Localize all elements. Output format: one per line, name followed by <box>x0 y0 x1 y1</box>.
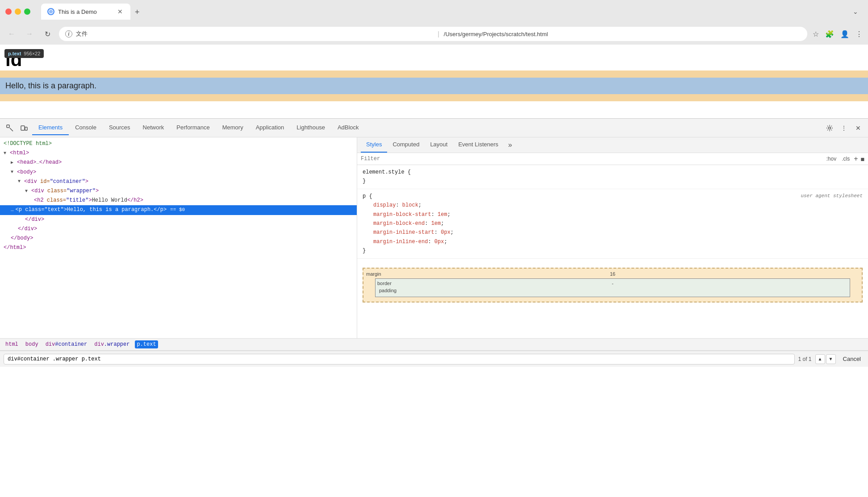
bookmark-icon[interactable]: ☆ <box>813 30 819 38</box>
dom-line-wrapper[interactable]: ▼ <div class="wrapper"> <box>0 186 357 196</box>
svg-point-6 <box>829 127 831 129</box>
margin-label: margin <box>366 271 381 277</box>
styles-tab-layout[interactable]: Layout <box>425 137 453 153</box>
breadcrumb-ptext[interactable]: p.text <box>135 340 158 348</box>
minimize-button[interactable] <box>15 8 21 15</box>
title-bar: This is a Demo ✕ + ⌄ <box>0 0 868 23</box>
browser-chrome: This is a Demo ✕ + ⌄ ← → ↻ i 文件 | /Users… <box>0 0 868 45</box>
devtools-tabs: Elements Console Sources Network Perform… <box>32 120 822 135</box>
tab-overflow-button[interactable]: ⌄ <box>848 5 863 18</box>
tab-console[interactable]: Console <box>69 120 103 135</box>
devtools-toolbar: Elements Console Sources Network Perform… <box>0 119 868 137</box>
element-tooltip: p.text 956×22 <box>4 49 44 58</box>
tab-application[interactable]: Application <box>250 120 291 135</box>
demo-wrapper: Hello, this is a paragraph. <box>0 70 868 101</box>
tab-title: This is a Demo <box>58 8 113 15</box>
styles-tabs: Styles Computed Layout Event Listeners » <box>357 137 868 153</box>
search-prev-button[interactable]: ▲ <box>815 354 825 364</box>
tooltip-size: 956×22 <box>24 51 40 56</box>
dom-line-body[interactable]: ▼ <body> <box>0 168 357 177</box>
tab-performance[interactable]: Performance <box>170 120 216 135</box>
breadcrumb-bar: html body div#container div.wrapper p.te… <box>0 338 868 351</box>
address-divider: | <box>438 30 439 37</box>
svg-rect-4 <box>21 126 25 130</box>
dom-line-close-wrapper[interactable]: </div> <box>0 215 357 224</box>
tab-lighthouse[interactable]: Lighthouse <box>290 120 331 135</box>
search-nav: ▲ ▼ <box>815 354 836 364</box>
dom-line-container[interactable]: ▼ <div id="container"> <box>0 177 357 186</box>
search-bar: 1 of 1 ▲ ▼ Cancel <box>0 351 868 367</box>
maximize-button[interactable] <box>24 8 30 15</box>
address-bar: ← → ↻ i 文件 | /Users/germey/Projects/scra… <box>0 23 868 45</box>
search-cancel-button[interactable]: Cancel <box>839 354 864 364</box>
tab-elements[interactable]: Elements <box>32 120 69 135</box>
styles-panel[interactable]: Styles Computed Layout Event Listeners »… <box>357 137 868 338</box>
dom-panel[interactable]: <!DOCTYPE html> ▼ <html> ▶ <head>…</head… <box>0 137 357 338</box>
breadcrumb-wrapper[interactable]: div.wrapper <box>92 340 131 348</box>
file-label: 文件 <box>76 30 433 38</box>
search-input[interactable] <box>4 354 795 364</box>
styles-tab-event-listeners[interactable]: Event Listeners <box>453 137 504 153</box>
styles-filter: :hov .cls + ◼ <box>357 153 868 165</box>
menu-icon[interactable]: ⋮ <box>855 30 863 38</box>
cls-button[interactable]: .cls <box>840 155 851 162</box>
new-style-rule-button[interactable]: ◼ <box>861 155 864 162</box>
dom-line-close-container[interactable]: </div> <box>0 224 357 234</box>
filter-input[interactable] <box>361 156 822 162</box>
dom-line-close-html[interactable]: </html> <box>0 243 357 253</box>
tab-close-button[interactable]: ✕ <box>116 8 124 16</box>
active-tab[interactable]: This is a Demo ✕ <box>41 4 130 20</box>
tab-adblock[interactable]: AdBlock <box>331 120 365 135</box>
device-toolbar-button[interactable] <box>18 122 30 134</box>
tab-sources[interactable]: Sources <box>103 120 137 135</box>
add-style-button[interactable]: + <box>854 155 858 163</box>
more-options-button[interactable]: ⋮ <box>838 122 850 134</box>
security-icon: i <box>65 30 72 37</box>
breadcrumb-html[interactable]: html <box>4 340 20 348</box>
devtools-panel: Elements Console Sources Network Perform… <box>0 118 868 367</box>
search-next-button[interactable]: ▼ <box>826 354 836 364</box>
css-rule-p: p { user agent stylesheet display: block… <box>357 189 868 259</box>
svg-rect-3 <box>7 125 9 128</box>
profile-icon[interactable]: 👤 <box>840 30 849 38</box>
svg-rect-5 <box>25 127 27 130</box>
close-devtools-button[interactable]: ✕ <box>852 122 864 134</box>
dom-line-head[interactable]: ▶ <head>…</head> <box>0 158 357 167</box>
url-text: /Users/germey/Projects/scratch/test.html <box>444 31 801 37</box>
demo-paragraph: Hello, this is a paragraph. <box>0 78 868 94</box>
styles-tab-overflow[interactable]: » <box>504 137 517 153</box>
dom-line-h2[interactable]: <h2 class="title">Hello World</h2> <box>0 196 357 205</box>
padding-label: padding <box>379 288 396 293</box>
tab-bar: This is a Demo ✕ + <box>41 4 848 20</box>
styles-tab-computed[interactable]: Computed <box>387 137 425 153</box>
box-model-outer: margin 16 border - padding <box>363 268 863 302</box>
dom-line-doctype[interactable]: <!DOCTYPE html> <box>0 139 357 149</box>
close-button[interactable] <box>5 8 12 15</box>
devtools-main: <!DOCTYPE html> ▼ <html> ▶ <head>…</head… <box>0 137 868 338</box>
box-model-inner: border - padding <box>375 278 850 297</box>
back-button[interactable]: ← <box>5 28 18 40</box>
tab-memory[interactable]: Memory <box>216 120 250 135</box>
address-input[interactable]: i 文件 | /Users/germey/Projects/scratch/te… <box>59 27 807 41</box>
forward-button[interactable]: → <box>23 28 36 40</box>
refresh-button[interactable]: ↻ <box>41 28 54 40</box>
new-tab-button[interactable]: + <box>130 5 144 20</box>
dom-line-p-selected[interactable]: … <p class="text">Hello, this is a parag… <box>0 205 357 215</box>
dom-line-close-body[interactable]: </body> <box>0 234 357 243</box>
tooltip-tag: p.text <box>8 51 21 56</box>
settings-button[interactable] <box>823 122 836 134</box>
hov-button[interactable]: :hov <box>825 155 838 162</box>
styles-tab-styles[interactable]: Styles <box>361 137 387 153</box>
page-content: p.text 956×22 ld Hello, this is a paragr… <box>0 45 868 118</box>
toolbar-icons: ☆ 🧩 👤 ⋮ <box>813 30 863 38</box>
inspect-element-button[interactable] <box>4 122 16 134</box>
dom-line-html[interactable]: ▼ <html> <box>0 149 357 158</box>
breadcrumb-container[interactable]: div#container <box>44 340 89 348</box>
filter-controls: :hov .cls + ◼ <box>825 155 864 163</box>
extensions-icon[interactable]: 🧩 <box>825 30 834 38</box>
breadcrumb-body[interactable]: body <box>24 340 40 348</box>
tab-favicon <box>47 8 54 15</box>
box-model: margin 16 border - padding <box>357 262 868 308</box>
tab-network[interactable]: Network <box>137 120 171 135</box>
devtools-right-icons: ⋮ ✕ <box>823 122 864 134</box>
